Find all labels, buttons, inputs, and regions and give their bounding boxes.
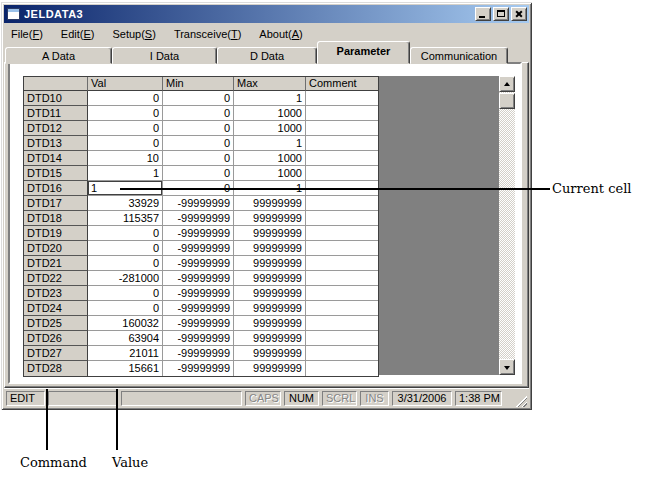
cell-comment[interactable]	[306, 301, 378, 316]
cell-max[interactable]: 1	[234, 91, 306, 106]
tab-i-data[interactable]: I Data	[112, 47, 217, 64]
cell-max[interactable]: 1000	[234, 106, 306, 121]
cell-min[interactable]: 0	[163, 151, 234, 166]
cell-max[interactable]: 99999999	[234, 286, 306, 301]
row-header[interactable]: DTD20	[24, 241, 88, 256]
cell-min[interactable]: 0	[163, 166, 234, 181]
cell-val[interactable]: 0	[88, 241, 163, 256]
cell-min[interactable]: -99999999	[163, 346, 234, 361]
cell-comment[interactable]	[306, 286, 378, 301]
cell-max[interactable]: 1000	[234, 151, 306, 166]
cell-min[interactable]: -99999999	[163, 361, 234, 376]
cell-comment[interactable]	[306, 136, 378, 151]
scroll-up-button[interactable]	[499, 76, 515, 92]
cell-min[interactable]: -99999999	[163, 226, 234, 241]
cell-comment[interactable]	[306, 361, 378, 376]
cell-val[interactable]: 0	[88, 106, 163, 121]
row-header[interactable]: DTD21	[24, 256, 88, 271]
cell-comment[interactable]	[306, 256, 378, 271]
cell-max[interactable]: 99999999	[234, 211, 306, 226]
cell-comment[interactable]	[306, 151, 378, 166]
row-header[interactable]: DTD17	[24, 196, 88, 211]
menu-item-about[interactable]: About(A)	[255, 27, 306, 41]
row-header[interactable]: DTD15	[24, 166, 88, 181]
title-bar[interactable]: JELDATA3	[4, 5, 529, 23]
row-header[interactable]: DTD22	[24, 271, 88, 286]
cell-comment[interactable]	[306, 211, 378, 226]
cell-val[interactable]: 63904	[88, 331, 163, 346]
cell-min[interactable]: -99999999	[163, 286, 234, 301]
row-header[interactable]: DTD25	[24, 316, 88, 331]
cell-comment[interactable]	[306, 106, 378, 121]
cell-max[interactable]: 99999999	[234, 256, 306, 271]
row-header[interactable]: DTD23	[24, 286, 88, 301]
menu-item-transceive[interactable]: Transceive(T)	[170, 27, 245, 41]
cell-max[interactable]: 99999999	[234, 346, 306, 361]
row-header[interactable]: DTD16	[24, 181, 88, 196]
cell-max[interactable]: 99999999	[234, 271, 306, 286]
cell-comment[interactable]	[306, 271, 378, 286]
cell-val[interactable]: 33929	[88, 196, 163, 211]
cell-val[interactable]: 115357	[88, 211, 163, 226]
row-header[interactable]: DTD19	[24, 226, 88, 241]
scrollbar-thumb[interactable]	[499, 93, 515, 109]
row-header[interactable]: DTD18	[24, 211, 88, 226]
cell-val[interactable]: 0	[88, 301, 163, 316]
cell-val[interactable]: 15661	[88, 361, 163, 376]
maximize-button[interactable]	[493, 7, 509, 21]
row-header[interactable]: DTD12	[24, 121, 88, 136]
cell-val[interactable]: 21011	[88, 346, 163, 361]
cell-max[interactable]: 1000	[234, 121, 306, 136]
row-header[interactable]: DTD27	[24, 346, 88, 361]
cell-comment[interactable]	[306, 316, 378, 331]
cell-comment[interactable]	[306, 121, 378, 136]
row-header[interactable]: DTD11	[24, 106, 88, 121]
cell-val[interactable]: 0	[88, 136, 163, 151]
tab-d-data[interactable]: D Data	[217, 47, 317, 64]
cell-max[interactable]: 99999999	[234, 331, 306, 346]
menu-item-edit[interactable]: Edit(E)	[57, 27, 99, 41]
cell-comment[interactable]	[306, 241, 378, 256]
cell-val[interactable]: 0	[88, 91, 163, 106]
cell-max[interactable]: 99999999	[234, 316, 306, 331]
cell-max[interactable]: 1000	[234, 166, 306, 181]
cell-val[interactable]: 10	[88, 151, 163, 166]
row-header[interactable]: DTD28	[24, 361, 88, 376]
resize-grip-icon[interactable]	[514, 394, 527, 407]
cell-max[interactable]: 99999999	[234, 301, 306, 316]
cell-comment[interactable]	[306, 346, 378, 361]
vertical-scrollbar[interactable]	[499, 76, 515, 375]
cell-min[interactable]: 0	[163, 136, 234, 151]
cell-min[interactable]: -99999999	[163, 241, 234, 256]
cell-comment[interactable]	[306, 331, 378, 346]
cell-val[interactable]: 0	[88, 226, 163, 241]
cell-val[interactable]: 0	[88, 286, 163, 301]
cell-min[interactable]: -99999999	[163, 271, 234, 286]
cell-min[interactable]: 0	[163, 121, 234, 136]
row-header[interactable]: DTD24	[24, 301, 88, 316]
tab-a-data[interactable]: A Data	[5, 47, 112, 64]
cell-min[interactable]: 0	[163, 106, 234, 121]
cell-min[interactable]: -99999999	[163, 331, 234, 346]
cell-comment[interactable]	[306, 166, 378, 181]
cell-min[interactable]: -99999999	[163, 256, 234, 271]
cell-min[interactable]: -99999999	[163, 301, 234, 316]
row-header[interactable]: DTD14	[24, 151, 88, 166]
cell-val[interactable]: 0	[88, 256, 163, 271]
cell-max[interactable]: 99999999	[234, 196, 306, 211]
cell-max[interactable]: 99999999	[234, 226, 306, 241]
menu-item-file[interactable]: File(F)	[7, 27, 47, 41]
row-header[interactable]: DTD26	[24, 331, 88, 346]
cell-max[interactable]: 1	[234, 136, 306, 151]
cell-max[interactable]: 99999999	[234, 241, 306, 256]
close-button[interactable]	[511, 7, 527, 21]
tab-communication[interactable]: Communication	[410, 47, 508, 64]
tab-parameter[interactable]: Parameter	[317, 41, 410, 64]
minimize-button[interactable]	[475, 7, 491, 21]
cell-val[interactable]: 160032	[88, 316, 163, 331]
cell-min[interactable]: 0	[163, 91, 234, 106]
cell-comment[interactable]	[306, 226, 378, 241]
row-header[interactable]: DTD13	[24, 136, 88, 151]
cell-comment[interactable]	[306, 91, 378, 106]
row-header[interactable]: DTD10	[24, 91, 88, 106]
